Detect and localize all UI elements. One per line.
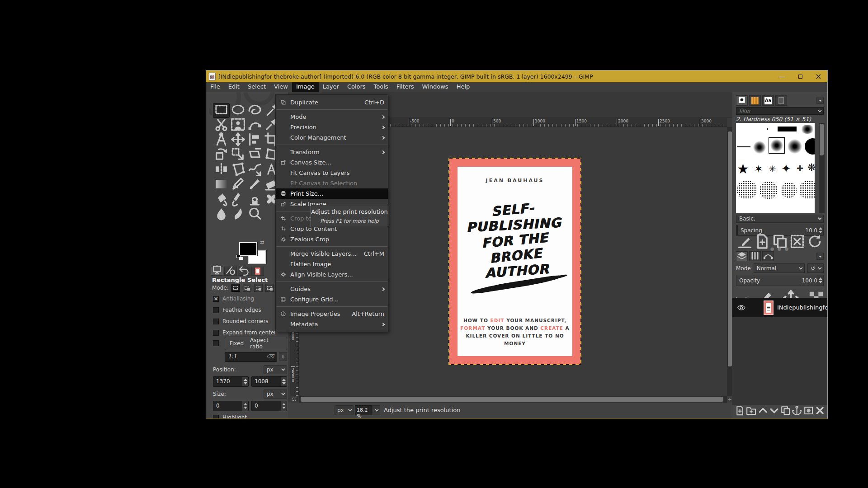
tab-paths[interactable] (762, 251, 774, 261)
brush-thumb[interactable] (781, 183, 797, 198)
menu-item-merge-visible-layers[interactable]: Merge Visible Layers...Ctrl+M (276, 249, 388, 259)
portrait-toggle[interactable]: ▯ (279, 352, 287, 361)
brush-thumb[interactable] (737, 181, 757, 199)
size-h-spinner[interactable]: 0 (251, 401, 287, 411)
menu-colors[interactable]: Colors (343, 82, 370, 92)
menu-view[interactable]: View (270, 82, 292, 92)
brush-scrollbar[interactable] (819, 123, 825, 213)
fixed-checkbox[interactable] (213, 340, 219, 346)
menu-layer[interactable]: Layer (319, 82, 343, 92)
menu-item-image-properties[interactable]: Image PropertiesAlt+Return (276, 309, 388, 319)
brush-thumb[interactable] (805, 138, 815, 155)
layer-row[interactable]: INdiepublishingfo (732, 298, 827, 317)
dock-menu-button[interactable]: ◂ (816, 253, 824, 260)
size-unit-dropdown[interactable]: px (264, 389, 287, 399)
brush-thumb[interactable] (753, 141, 766, 154)
brush-thumb[interactable]: ❋ (807, 162, 815, 173)
menu-item-transform[interactable]: Transform (276, 147, 388, 157)
spin-arrows[interactable] (817, 275, 823, 286)
titlebar[interactable]: [INdiepublishingfor thebroke author] (im… (206, 70, 827, 82)
brush-group-dropdown[interactable]: Basic, (736, 215, 824, 223)
aspect-ratio-dropdown[interactable]: Aspect ratio (250, 337, 282, 350)
tab-fonts[interactable]: Aa (762, 95, 774, 106)
menu-item-mode[interactable]: Mode (276, 112, 388, 122)
menu-select[interactable]: Select (244, 82, 270, 92)
menu-file[interactable]: File (206, 82, 224, 92)
maximize-button[interactable] (791, 70, 809, 82)
menu-item-flatten-image[interactable]: Flatten Image (276, 259, 388, 269)
tab-undo-history[interactable] (238, 267, 250, 276)
lower-layer-button[interactable] (769, 405, 780, 418)
menu-item-print-size[interactable]: Print Size... (276, 188, 388, 199)
feather-edges-checkbox[interactable] (213, 307, 219, 313)
zoom-input[interactable]: 18.2 % (355, 405, 372, 415)
spin-arrows[interactable] (242, 377, 248, 386)
rounded-corners-checkbox[interactable] (213, 319, 219, 324)
tab-patterns[interactable] (749, 95, 761, 106)
minimize-button[interactable]: — (773, 70, 791, 82)
tab-device-status[interactable] (224, 267, 237, 276)
tool-smudge[interactable] (230, 207, 246, 222)
position-y-spinner[interactable]: 1008 (251, 376, 287, 387)
close-button[interactable]: × (809, 70, 827, 82)
size-w-spinner[interactable]: 0 (213, 401, 249, 411)
tool-blur[interactable] (213, 207, 230, 222)
spin-arrows[interactable] (242, 401, 248, 411)
menu-tools[interactable]: Tools (370, 82, 392, 92)
menu-item-guides[interactable]: Guides (276, 284, 388, 294)
dock-menu-button[interactable]: ◂ (816, 97, 824, 104)
reset-colors-icon[interactable] (236, 255, 241, 258)
brush-thumb[interactable] (800, 125, 815, 134)
tab-image-thumbnail[interactable] (251, 267, 264, 276)
layer-list-empty[interactable] (732, 317, 827, 405)
layer-name[interactable]: INdiepublishingfo (777, 304, 827, 311)
menu-image[interactable]: Image (292, 82, 319, 92)
expand-from-center-checkbox[interactable] (213, 330, 219, 336)
brush-thumb[interactable] (760, 182, 778, 199)
brush-thumb[interactable]: ✚ (797, 164, 803, 173)
menu-item-metadata[interactable]: Metadata (276, 319, 388, 329)
new-layer-button[interactable] (734, 405, 745, 418)
brush-thumb-selected[interactable] (769, 137, 785, 154)
aspect-ratio-input[interactable]: 1:1 ⌫ (225, 352, 277, 362)
menu-item-precision[interactable]: Precision (276, 122, 388, 132)
spin-arrows[interactable] (281, 377, 287, 386)
swap-colors-icon[interactable]: ⇄ (260, 239, 264, 245)
brush-thumb[interactable] (788, 139, 802, 154)
horizontal-scrollbar[interactable] (299, 396, 727, 403)
brush-thumb[interactable]: ✶ (754, 163, 763, 175)
clear-icon[interactable]: ⌫ (266, 353, 274, 361)
tab-layers[interactable] (736, 251, 748, 261)
opacity-slider[interactable]: Opacity 100.0 (736, 275, 824, 286)
brush-thumb[interactable] (737, 146, 750, 147)
position-unit-dropdown[interactable]: px (264, 365, 287, 374)
brush-thumb[interactable]: ★ (737, 161, 749, 177)
quick-mask-toggle[interactable] (291, 396, 298, 402)
layer-mode-dropdown[interactable]: Normal (754, 263, 805, 273)
brush-filter-input[interactable]: filter (736, 107, 824, 115)
fixed-label[interactable]: Fixed (230, 340, 244, 347)
tab-tool-options[interactable] (211, 267, 223, 276)
scrollbar-thumb[interactable] (301, 397, 723, 402)
new-group-button[interactable] (745, 405, 757, 418)
visibility-eye-icon[interactable] (737, 303, 746, 312)
status-unit-dropdown[interactable]: px (335, 405, 354, 415)
menu-item-canvas-size[interactable]: Canvas Size... (276, 157, 388, 168)
menu-item-color-management[interactable]: Color Management (276, 132, 388, 143)
mode-subtract-button[interactable] (254, 284, 263, 292)
mode-add-button[interactable] (243, 284, 251, 292)
brush-grid[interactable]: ★ ✶ ✳ ✦ ✚ ❋ (736, 123, 815, 213)
anchor-layer-button[interactable] (791, 405, 802, 418)
mode-group-button[interactable]: ↺ (807, 263, 824, 273)
brush-thumb[interactable] (778, 127, 797, 131)
highlight-checkbox[interactable] (213, 415, 219, 419)
mode-replace-button[interactable] (231, 284, 240, 292)
raise-layer-button[interactable] (757, 405, 769, 418)
brush-thumb[interactable] (799, 181, 815, 199)
layer-thumbnail[interactable] (764, 300, 774, 315)
add-mask-button[interactable] (803, 405, 814, 418)
duplicate-layer-button[interactable] (780, 405, 791, 418)
menu-item-configure-grid[interactable]: Configure Grid... (276, 294, 388, 305)
menu-item-zealous-crop[interactable]: Zealous Crop (276, 234, 388, 244)
brush-thumb[interactable]: ✦ (781, 162, 791, 175)
